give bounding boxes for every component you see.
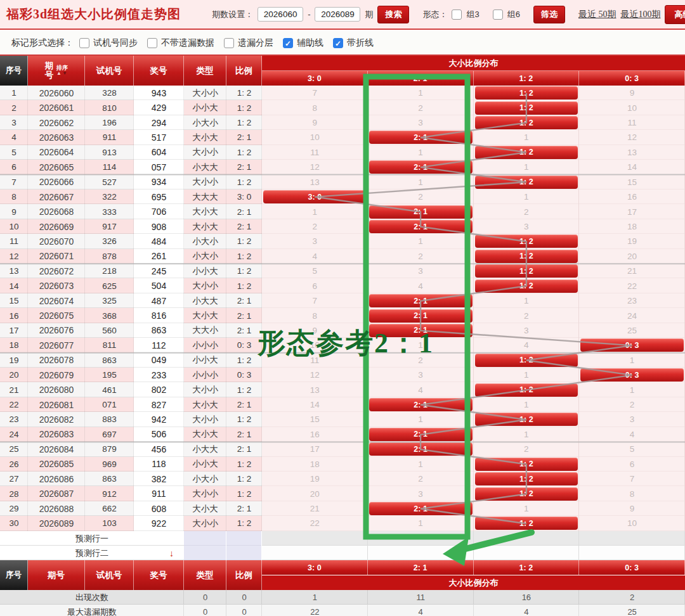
cell-prize-number: 487: [134, 293, 184, 308]
cell-test-number: 114: [85, 160, 134, 174]
ratio-bar: 2: 1: [369, 205, 473, 219]
cell-period: 2026076: [28, 323, 85, 338]
prediction-input-cell[interactable]: [226, 531, 262, 546]
recent-50-link[interactable]: 最近 50期: [578, 9, 616, 20]
cell-period: 2026081: [28, 397, 85, 412]
prediction-input-cell[interactable]: [184, 546, 226, 560]
cell-dist: 4: [368, 278, 474, 293]
group3-label: 组3: [466, 9, 479, 20]
cell-seq: 13: [0, 264, 28, 278]
cell-dist: 9: [262, 115, 368, 130]
group3-checkbox[interactable]: [452, 10, 462, 20]
cell-ratio: 2: 1: [226, 308, 262, 323]
cell-seq: 17: [0, 323, 28, 338]
cell-type: 大小大: [184, 130, 226, 144]
cell-seq: 27: [0, 472, 28, 486]
footer-header-period: 期号: [28, 560, 85, 590]
cell-dist: 2: 1: [368, 160, 474, 174]
period-from-input[interactable]: [258, 7, 303, 22]
cell-test-number: 218: [85, 264, 134, 278]
sort-asc-icon[interactable]: ▲: [56, 70, 62, 76]
cell-dist: 1: 2: [474, 86, 580, 100]
period-to-input[interactable]: [315, 7, 360, 22]
header-period-label: 期号: [44, 61, 54, 80]
cell-type: 小大大: [184, 293, 226, 308]
occurrence-1-2: 16: [474, 590, 580, 605]
max-miss-ratio: 0: [226, 605, 262, 616]
cell-dist: 19: [262, 472, 368, 486]
cell-ratio: 2: 1: [226, 323, 262, 338]
ratio-bar: 1: 2: [475, 487, 578, 501]
ratio-bar: 0: 3: [580, 368, 684, 382]
checkbox-checked-icon[interactable]: ✓: [283, 38, 293, 48]
cell-seq: 15: [0, 293, 28, 308]
cell-dist: 1: 2: [474, 264, 580, 278]
cell-seq: 9: [0, 204, 28, 219]
table-row: 162026075368816大小大2: 182: 1224: [0, 308, 685, 323]
cell-ratio: 1: 2: [226, 382, 262, 397]
table-row: 102026069917908大小大2: 122: 1318: [0, 219, 685, 234]
cell-dist: 0: 3: [579, 338, 685, 352]
cell-type: 大小大: [184, 308, 226, 323]
cell-type: 小大小: [184, 115, 226, 130]
cell-dist: 4: [474, 338, 580, 352]
cell-dist: 3: [474, 219, 580, 234]
table-row: 282026087912911大小小1: 22031: 28: [0, 486, 685, 501]
cell-seq: 29: [0, 501, 28, 516]
cell-dist: 2: 1: [368, 427, 474, 442]
cell-prize-number: 911: [134, 486, 184, 501]
table-row: 142026073625504大小小1: 2641: 222: [0, 278, 685, 293]
cell-dist: 2: 1: [368, 442, 474, 456]
cell-period: 2026066: [28, 175, 85, 189]
prediction-input-cell[interactable]: [184, 531, 226, 546]
checkbox-unchecked-icon[interactable]: [79, 38, 89, 48]
cell-seq: 11: [0, 234, 28, 248]
cell-type: 大大小: [184, 323, 226, 338]
table-row: 222026081071827大小大2: 1142: 112: [0, 397, 685, 412]
ratio-bar: 1: 2: [475, 146, 578, 159]
cell-type: 小小小: [184, 338, 226, 352]
group6-checkbox[interactable]: [493, 10, 503, 20]
checkbox-checked-icon[interactable]: ✓: [333, 38, 343, 48]
cell-prize-number: 942: [134, 412, 184, 427]
sort-control[interactable]: 排序 ▲▼: [56, 65, 68, 76]
page-title: 福彩3d组选大小比例值走势图: [6, 6, 181, 23]
filter-button[interactable]: 筛选: [533, 6, 565, 23]
cell-prize-number: 943: [134, 86, 184, 100]
cell-test-number: 662: [85, 501, 134, 516]
recent-100-link[interactable]: 最近100期: [620, 9, 660, 20]
cell-dist: 1: [474, 501, 580, 516]
prediction-input-cell[interactable]: [226, 546, 262, 560]
cell-ratio: 1: 2: [226, 264, 262, 278]
cell-dist: 3: [368, 115, 474, 130]
table-row: 232026082883942大小小1: 21511: 23: [0, 412, 685, 427]
cell-test-number: 879: [85, 442, 134, 456]
cell-period: 2026078: [28, 353, 85, 368]
cell-dist: 23: [579, 293, 685, 308]
toolbar-option-label: 试机号同步: [93, 37, 138, 49]
cell-period: 2026080: [28, 382, 85, 397]
cell-ratio: 1: 2: [226, 100, 262, 115]
cell-dist: 1: [474, 293, 580, 308]
cell-dist: 25: [579, 323, 685, 338]
cell-dist: 6: [579, 457, 685, 472]
cell-prize-number: 261: [134, 249, 184, 264]
cell-prize-number: 816: [134, 308, 184, 323]
table-row: 192026078863049小小大1: 21121: 21: [0, 353, 685, 368]
down-arrow-icon[interactable]: ↓: [169, 548, 174, 558]
prediction-dist-cell: [368, 531, 474, 546]
ratio-bar: 1: 2: [475, 176, 578, 189]
toolbar-option: 不带遗漏数据: [147, 37, 214, 49]
sort-desc-icon[interactable]: ▼: [62, 70, 68, 76]
checkbox-unchecked-icon[interactable]: [224, 38, 234, 48]
cell-period: 2026088: [28, 501, 85, 516]
cell-dist: 4: [579, 427, 685, 442]
cell-ratio: 1: 2: [226, 486, 262, 501]
cell-dist: 1: 2: [474, 472, 580, 486]
search-button[interactable]: 搜索: [377, 6, 409, 23]
checkbox-unchecked-icon[interactable]: [147, 38, 157, 48]
cell-period: 2026069: [28, 219, 85, 234]
ratio-bar: 2: 1: [369, 442, 473, 456]
cell-period: 2026077: [28, 338, 85, 352]
advanced-filter-button[interactable]: 高级筛选: [665, 5, 685, 24]
